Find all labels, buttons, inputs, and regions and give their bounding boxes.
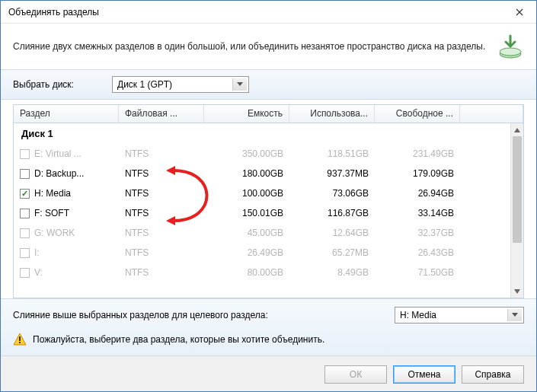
row-free: 26.43GB	[375, 247, 460, 258]
row-checkbox	[20, 149, 30, 159]
row-filesystem: NTFS	[119, 267, 204, 278]
row-capacity: 350.00GB	[204, 148, 289, 159]
row-checkbox[interactable]	[20, 189, 30, 199]
row-free: 231.49GB	[375, 148, 460, 159]
disk-selector-label: Выбрать диск:	[13, 79, 112, 90]
table-row[interactable]: H: MediaNTFS100.00GB73.06GB26.94GB	[14, 183, 510, 203]
table-row: E: Virtual ...NTFS350.00GB118.51GB231.49…	[14, 144, 510, 164]
row-filesystem: NTFS	[119, 228, 204, 238]
scrollbar-thumb[interactable]	[513, 136, 522, 243]
row-partition-label: I:	[34, 247, 40, 258]
partition-table: Раздел Файловая ... Емкость Использова..…	[13, 104, 524, 298]
header-capacity[interactable]: Емкость	[204, 105, 289, 123]
row-capacity: 26.49GB	[204, 247, 289, 258]
warning-text: Пожалуйста, выберите два раздела, которы…	[33, 334, 324, 345]
row-used: 8.49GB	[289, 267, 375, 278]
row-filesystem: NTFS	[119, 208, 204, 218]
table-body: Диск 1 E: Virtual ...NTFS350.00GB118.51G…	[14, 123, 510, 298]
row-capacity: 45.00GB	[204, 228, 289, 238]
target-combo[interactable]: H: Media	[395, 307, 524, 323]
merge-disk-icon	[497, 33, 524, 60]
row-checkbox	[20, 228, 30, 238]
scroll-down-icon	[514, 289, 520, 294]
table-row[interactable]: F: SOFTNTFS150.01GB116.87GB33.14GB	[14, 203, 510, 223]
vertical-scrollbar[interactable]	[510, 123, 523, 298]
row-free: 71.50GB	[375, 267, 460, 278]
row-capacity: 80.00GB	[204, 267, 289, 278]
row-capacity: 150.01GB	[204, 208, 289, 218]
svg-rect-8	[19, 342, 21, 343]
header-used[interactable]: Использова...	[289, 105, 375, 123]
row-partition-label: D: Backup...	[34, 168, 84, 179]
table-header: Раздел Файловая ... Емкость Использова..…	[14, 105, 523, 123]
table-row: V:NTFS80.00GB8.49GB71.50GB	[14, 263, 510, 282]
table-row: G: WORKNTFS45.00GB12.64GB32.37GB	[14, 223, 510, 243]
warning-row: Пожалуйста, выберите два раздела, которы…	[1, 328, 536, 356]
row-used: 116.87GB	[289, 208, 375, 218]
row-filesystem: NTFS	[119, 247, 204, 258]
row-checkbox[interactable]	[20, 169, 30, 179]
target-row: Слияние выше выбранных разделов для целе…	[1, 298, 536, 328]
row-partition-label: G: WORK	[34, 228, 75, 238]
row-capacity: 100.00GB	[204, 188, 289, 199]
header-free[interactable]: Свободное ...	[375, 105, 460, 123]
description-area: Слияние двух смежных разделов в один бол…	[1, 24, 536, 69]
row-partition-label: H: Media	[34, 188, 71, 199]
warning-icon	[13, 333, 27, 346]
row-used: 12.64GB	[289, 228, 375, 238]
table-row: I:NTFS26.49GB65.27MB26.43GB	[14, 243, 510, 263]
row-used: 65.27MB	[289, 247, 375, 258]
row-free: 32.37GB	[375, 228, 460, 238]
header-partition[interactable]: Раздел	[14, 105, 119, 123]
scroll-up-button[interactable]	[511, 123, 523, 136]
disk-selector-value: Диск 1 (GPT)	[117, 79, 172, 90]
row-free: 179.09GB	[375, 168, 460, 179]
svg-point-1	[500, 48, 521, 56]
scroll-down-button[interactable]	[511, 285, 523, 298]
row-filesystem: NTFS	[119, 188, 204, 199]
row-free: 33.14GB	[375, 208, 460, 218]
row-used: 937.37MB	[289, 168, 375, 179]
row-checkbox	[20, 248, 30, 258]
row-partition-label: F: SOFT	[34, 208, 69, 218]
description-text: Слияние двух смежных разделов в один бол…	[13, 40, 487, 53]
svg-marker-4	[514, 128, 520, 132]
row-used: 118.51GB	[289, 148, 375, 159]
close-button[interactable]	[502, 1, 536, 24]
row-partition-label: V:	[34, 267, 43, 278]
header-spacer	[460, 105, 523, 123]
disk-selector-combo[interactable]: Диск 1 (GPT)	[112, 76, 249, 93]
disk-selector-row: Выбрать диск: Диск 1 (GPT)	[1, 69, 536, 100]
row-capacity: 180.00GB	[204, 168, 289, 179]
disk-group-label: Диск 1	[14, 123, 510, 144]
help-button[interactable]: Справка	[462, 365, 524, 384]
svg-rect-7	[19, 336, 21, 341]
titlebar: Объединять разделы	[1, 1, 536, 24]
table-row[interactable]: D: Backup...NTFS180.00GB937.37MB179.09GB	[14, 164, 510, 183]
close-icon	[516, 8, 523, 16]
row-checkbox[interactable]	[20, 209, 30, 218]
window-title: Объединять разделы	[8, 7, 502, 18]
ok-button[interactable]: ОК	[324, 365, 387, 384]
header-filesystem[interactable]: Файловая ...	[119, 105, 204, 123]
chevron-down-icon	[512, 313, 518, 317]
chevron-down-icon	[237, 82, 243, 86]
target-value: H: Media	[400, 310, 436, 320]
row-filesystem: NTFS	[119, 168, 204, 179]
target-label: Слияние выше выбранных разделов для целе…	[13, 310, 395, 320]
button-row: ОК Отмена Справка	[1, 356, 536, 392]
scroll-up-icon	[514, 128, 520, 132]
cancel-button[interactable]: Отмена	[393, 365, 455, 384]
row-free: 26.94GB	[375, 188, 460, 199]
row-partition-label: E: Virtual ...	[34, 148, 82, 159]
row-checkbox	[20, 268, 30, 278]
row-filesystem: NTFS	[119, 148, 204, 159]
row-used: 73.06GB	[289, 188, 375, 199]
svg-marker-5	[514, 289, 520, 294]
